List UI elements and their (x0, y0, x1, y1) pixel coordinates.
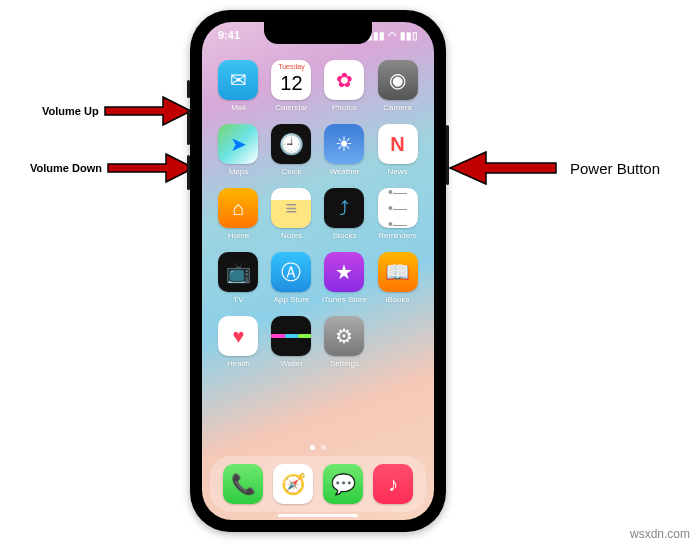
app-photos[interactable]: ✿Photos (322, 60, 367, 112)
maps-icon: ➤ (218, 124, 258, 164)
mute-switch (187, 80, 190, 98)
annotation-volume-up: Volume Up (42, 95, 193, 127)
arrow-right-icon (103, 95, 193, 127)
dock-messages[interactable]: 💬 (323, 464, 363, 504)
volume-up-button[interactable] (187, 110, 190, 145)
phone-screen: 9:41 ▮▮▮▮ ◠ ▮▮▯ ✉Mail Tuesday12Calendar … (202, 22, 434, 520)
app-label: iTunes Store (322, 295, 367, 304)
app-news[interactable]: NNews (375, 124, 420, 176)
app-label: iBooks (386, 295, 410, 304)
app-weather[interactable]: ☀Weather (322, 124, 367, 176)
home-icon: ⌂ (218, 188, 258, 228)
annotation-power-button: Power Button (448, 150, 660, 186)
app-label: Calendar (275, 103, 307, 112)
notes-icon: ≡ (271, 188, 311, 228)
camera-icon: ◉ (378, 60, 418, 100)
page-dot (321, 445, 326, 450)
app-label: Maps (229, 167, 249, 176)
arrow-right-icon (106, 152, 196, 184)
app-mail[interactable]: ✉Mail (216, 60, 261, 112)
status-time: 9:41 (218, 29, 240, 41)
app-ibooks[interactable]: 📖iBooks (375, 252, 420, 304)
home-screen-apps: ✉Mail Tuesday12Calendar ✿Photos ◉Camera … (216, 60, 420, 368)
annotation-power-button-label: Power Button (570, 160, 660, 177)
app-calendar[interactable]: Tuesday12Calendar (269, 60, 314, 112)
page-dot (310, 445, 315, 450)
app-health[interactable]: ♥Health (216, 316, 261, 368)
ibooks-icon: 📖 (378, 252, 418, 292)
app-label: Reminders (378, 231, 417, 240)
app-label: Photos (332, 103, 357, 112)
appstore-icon: Ⓐ (271, 252, 311, 292)
reminders-icon: •—•—•— (378, 188, 418, 228)
app-tv[interactable]: 📺TV (216, 252, 261, 304)
home-indicator[interactable] (278, 514, 358, 517)
app-camera[interactable]: ◉Camera (375, 60, 420, 112)
app-settings[interactable]: ⚙Settings (322, 316, 367, 368)
itunes-icon: ★ (324, 252, 364, 292)
app-label: Health (227, 359, 250, 368)
news-icon: N (378, 124, 418, 164)
app-label: Wallet (280, 359, 302, 368)
stocks-icon: ⤴ (324, 188, 364, 228)
calendar-icon: Tuesday12 (271, 60, 311, 100)
watermark: wsxdn.com (630, 527, 690, 541)
health-icon: ♥ (218, 316, 258, 356)
app-label: Weather (329, 167, 359, 176)
app-label: Stocks (332, 231, 356, 240)
app-appstore[interactable]: ⒶApp Store (269, 252, 314, 304)
annotation-volume-down-label: Volume Down (30, 162, 102, 174)
page-indicator (310, 445, 326, 450)
app-label: Clock (281, 167, 301, 176)
clock-icon: 🕘 (271, 124, 311, 164)
app-label: App Store (274, 295, 310, 304)
app-label: TV (233, 295, 243, 304)
app-clock[interactable]: 🕘Clock (269, 124, 314, 176)
app-wallet[interactable]: Wallet (269, 316, 314, 368)
weather-icon: ☀ (324, 124, 364, 164)
iphone-device: 9:41 ▮▮▮▮ ◠ ▮▮▯ ✉Mail Tuesday12Calendar … (190, 10, 446, 532)
mail-icon: ✉ (218, 60, 258, 100)
tv-icon: 📺 (218, 252, 258, 292)
notch (264, 22, 372, 44)
app-itunes[interactable]: ★iTunes Store (322, 252, 367, 304)
dock: 📞 🧭 💬 ♪ (210, 456, 426, 512)
app-maps[interactable]: ➤Maps (216, 124, 261, 176)
volume-down-button[interactable] (187, 155, 190, 190)
power-button[interactable] (446, 125, 449, 185)
app-notes[interactable]: ≡Notes (269, 188, 314, 240)
app-reminders[interactable]: •—•—•—Reminders (375, 188, 420, 240)
dock-music[interactable]: ♪ (373, 464, 413, 504)
annotation-volume-up-label: Volume Up (42, 105, 99, 117)
app-stocks[interactable]: ⤴Stocks (322, 188, 367, 240)
annotation-volume-down: Volume Down (30, 152, 196, 184)
settings-icon: ⚙ (324, 316, 364, 356)
app-home[interactable]: ⌂Home (216, 188, 261, 240)
app-label: Settings (330, 359, 359, 368)
app-label: Notes (281, 231, 302, 240)
app-label: Mail (231, 103, 246, 112)
app-label: News (388, 167, 408, 176)
app-label: Home (228, 231, 249, 240)
wifi-icon: ◠ (388, 30, 397, 41)
photos-icon: ✿ (324, 60, 364, 100)
dock-phone[interactable]: 📞 (223, 464, 263, 504)
battery-icon: ▮▮▯ (400, 30, 418, 41)
app-label: Camera (383, 103, 411, 112)
wallet-icon (271, 316, 311, 356)
dock-safari[interactable]: 🧭 (273, 464, 313, 504)
arrow-left-icon (448, 150, 558, 186)
